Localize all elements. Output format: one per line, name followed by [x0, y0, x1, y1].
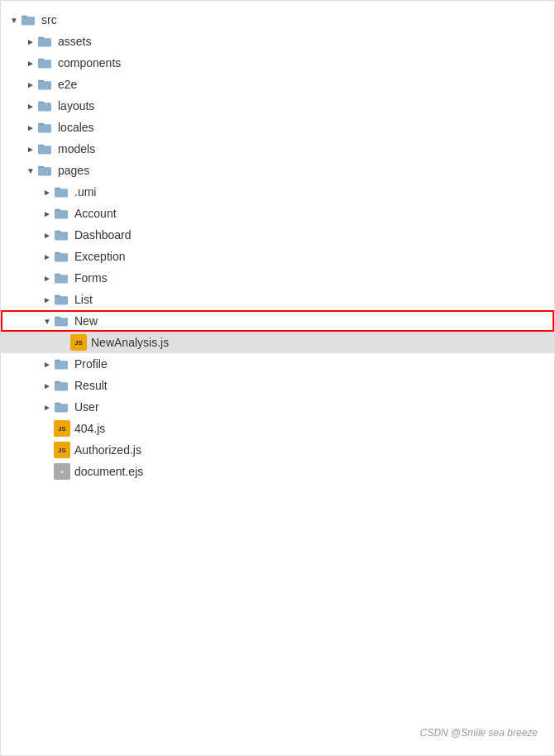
item-label-account: Account [74, 207, 117, 220]
folder-icon [37, 164, 54, 177]
item-label-assets: assets [58, 35, 91, 48]
folder-icon [54, 379, 70, 392]
chevron-right-icon[interactable]: ► [41, 400, 54, 414]
chevron-right-icon[interactable]: ► [24, 78, 37, 91]
folder-icon [37, 78, 54, 91]
item-label-404js: 404.js [74, 422, 105, 435]
item-label-umi: .umi [74, 185, 96, 199]
tree-item-404js[interactable]: JS404.js [1, 418, 554, 439]
tree-item-account[interactable]: ► Account [1, 203, 554, 224]
item-label-dashboard: Dashboard [74, 228, 132, 242]
item-label-layouts: layouts [58, 99, 94, 112]
chevron-right-icon[interactable]: ► [24, 35, 37, 48]
item-label-pages: pages [58, 164, 89, 177]
folder-icon [21, 13, 37, 26]
watermark: CSDN @Smile sea breeze [420, 727, 538, 739]
tree-panel[interactable]: ▼ src► assets► components► e2e► layouts►… [1, 1, 554, 755]
chevron-right-icon[interactable]: ► [41, 228, 54, 242]
chevron-right-icon[interactable]: ► [41, 293, 54, 306]
folder-icon [37, 99, 54, 112]
folder-icon [54, 400, 70, 414]
item-label-profile: Profile [74, 357, 108, 371]
folder-icon [54, 293, 70, 306]
folder-icon [37, 121, 54, 134]
ejs-file-icon: ≡ [54, 463, 70, 480]
chevron-right-icon[interactable]: ► [24, 56, 37, 69]
tree-item-exception[interactable]: ► Exception [1, 246, 554, 267]
js-file-icon: JS [70, 334, 87, 351]
tree-item-models[interactable]: ► models [1, 138, 554, 160]
chevron-down-icon[interactable]: ▼ [41, 314, 54, 328]
folder-icon [54, 250, 70, 263]
tree-item-assets[interactable]: ► assets [1, 31, 554, 52]
chevron-down-icon[interactable]: ▼ [7, 13, 21, 26]
tree-item-locales[interactable]: ► locales [1, 117, 554, 138]
tree-item-dashboard[interactable]: ► Dashboard [1, 224, 554, 246]
folder-icon [54, 271, 70, 285]
chevron-right-icon[interactable]: ► [41, 185, 54, 199]
folder-icon [54, 207, 70, 220]
item-label-models: models [58, 142, 95, 156]
chevron-right-icon[interactable]: ► [24, 121, 37, 134]
item-label-result: Result [74, 379, 108, 392]
tree-item-result[interactable]: ► Result [1, 375, 554, 396]
chevron-right-icon[interactable]: ► [41, 379, 54, 392]
tree-item-forms[interactable]: ► Forms [1, 267, 554, 289]
chevron-right-icon[interactable]: ► [24, 99, 37, 112]
tree-item-pages[interactable]: ▼ pages [1, 160, 554, 181]
item-label-new: New [74, 314, 98, 328]
chevron-right-icon[interactable]: ► [41, 250, 54, 263]
chevron-right-icon[interactable]: ► [41, 207, 54, 220]
item-label-list: List [74, 293, 93, 306]
tree-item-umi[interactable]: ► .umi [1, 181, 554, 203]
tree-item-authorizedjs[interactable]: JSAuthorized.js [1, 439, 554, 461]
chevron-down-icon[interactable]: ▼ [24, 164, 37, 177]
chevron-right-icon[interactable]: ► [41, 271, 54, 285]
js-file-icon: JS [54, 442, 70, 458]
tree-item-list[interactable]: ► List [1, 289, 554, 310]
item-label-locales: locales [58, 121, 94, 134]
tree-item-src[interactable]: ▼ src [1, 9, 554, 31]
item-label-newanalysis: NewAnalysis.js [91, 336, 169, 349]
folder-icon [54, 228, 70, 242]
item-label-user: User [74, 400, 99, 414]
folder-icon [54, 314, 70, 328]
item-label-documentejs: document.ejs [74, 465, 143, 478]
item-label-authorizedjs: Authorized.js [74, 443, 141, 457]
tree-item-new[interactable]: ▼ New [1, 310, 554, 332]
folder-icon [37, 56, 54, 69]
folder-icon [37, 142, 54, 156]
tree-item-user[interactable]: ► User [1, 396, 554, 418]
tree-item-e2e[interactable]: ► e2e [1, 74, 554, 95]
tree-item-documentejs[interactable]: ≡document.ejs [1, 461, 554, 482]
folder-icon [54, 357, 70, 371]
item-label-exception: Exception [74, 250, 125, 263]
tree-item-newanalysis[interactable]: JSNewAnalysis.js [1, 332, 554, 353]
js-file-icon: JS [54, 420, 70, 437]
item-label-components: components [58, 56, 121, 69]
chevron-right-icon[interactable]: ► [24, 142, 37, 156]
item-label-src: src [41, 13, 57, 26]
folder-icon [54, 185, 70, 199]
tree-item-profile[interactable]: ► Profile [1, 353, 554, 375]
tree-item-layouts[interactable]: ► layouts [1, 95, 554, 117]
item-label-e2e: e2e [58, 78, 77, 91]
file-explorer: ▼ src► assets► components► e2e► layouts►… [0, 0, 555, 756]
chevron-right-icon[interactable]: ► [41, 357, 54, 371]
tree-item-components[interactable]: ► components [1, 52, 554, 74]
folder-icon [37, 35, 54, 48]
item-label-forms: Forms [74, 271, 108, 285]
